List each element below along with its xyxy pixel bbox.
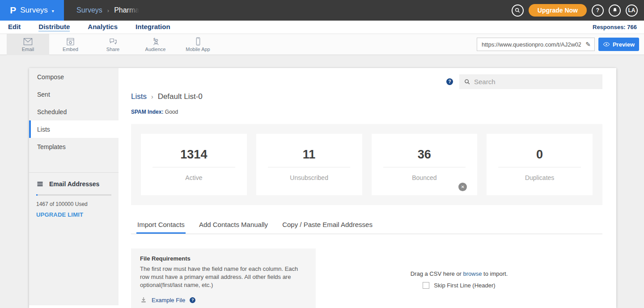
email-sidebar: Compose Sent Scheduled Lists Templates E… xyxy=(29,68,119,305)
upgrade-limit-link[interactable]: UPGRADE LIMIT xyxy=(36,211,111,218)
import-contacts-panel: File Requirements The first row must hav… xyxy=(131,248,602,308)
toolbar-item-label: Email xyxy=(22,47,34,52)
tab-import-contacts[interactable]: Import Contacts xyxy=(136,221,186,234)
example-file-link[interactable]: Example File xyxy=(152,297,185,304)
toolbar-item-mobile-app[interactable]: Mobile App xyxy=(177,34,219,55)
preview-button[interactable]: Preview xyxy=(598,38,639,51)
dropzone-text-after: to import. xyxy=(483,270,508,277)
preview-label: Preview xyxy=(613,41,635,48)
top-navbar: P Surveys ▾ Surveys › Pharma Upgrade Now… xyxy=(0,0,644,21)
toolbar-item-email[interactable]: Email xyxy=(7,34,49,55)
notifications-button[interactable] xyxy=(609,4,621,17)
stat-label: Bounced xyxy=(412,174,436,181)
stat-card-bounced: 36 Bounced ✕ xyxy=(372,134,478,195)
dropzone-text-before: Drag a CSV here or xyxy=(411,270,462,277)
distribute-toolbar: Email Embed Share $ Audience Mobile App xyxy=(0,34,644,55)
list-icon xyxy=(36,180,44,188)
stat-divider xyxy=(153,167,235,167)
toolbar-item-label: Audience xyxy=(145,47,166,52)
dropzone-text: Drag a CSV here or browse to import. xyxy=(411,270,508,277)
file-requirements-title: File Requirements xyxy=(140,255,307,262)
stat-label: Unsubscribed xyxy=(290,174,328,181)
tab-edit[interactable]: Edit xyxy=(8,23,21,31)
responses-count[interactable]: Responses: 766 xyxy=(593,24,637,30)
csv-dropzone[interactable]: Drag a CSV here or browse to import. Ski… xyxy=(316,270,602,308)
toolbar-item-embed[interactable]: Embed xyxy=(49,34,92,55)
stat-label: Active xyxy=(185,174,202,181)
toolbar-item-label: Share xyxy=(106,47,119,52)
list-help-icon[interactable]: ? xyxy=(446,78,453,85)
sidebar-item-scheduled[interactable]: Scheduled xyxy=(29,103,119,120)
spam-index: SPAM Index: Good xyxy=(131,109,602,115)
product-name: Surveys xyxy=(20,6,47,15)
breadcrumb-separator: › xyxy=(151,93,153,100)
list-detail-content: ? Lists › Default List-0 SPAM Index: Goo… xyxy=(119,68,616,308)
sidebar-item-templates[interactable]: Templates xyxy=(29,138,119,155)
email-addresses-title: Email Addresses xyxy=(49,180,99,188)
contact-search-box xyxy=(459,74,602,89)
clear-bounced-icon[interactable]: ✕ xyxy=(458,183,467,191)
stat-label: Duplicates xyxy=(525,174,554,181)
stat-divider xyxy=(383,167,466,167)
search-icon xyxy=(464,78,470,85)
spam-index-value: Good xyxy=(165,109,178,115)
user-avatar[interactable]: LA xyxy=(626,4,638,17)
survey-url-input[interactable] xyxy=(477,41,582,48)
embed-icon xyxy=(66,37,75,46)
upgrade-now-button[interactable]: Upgrade Now xyxy=(529,4,587,17)
tab-analytics[interactable]: Analytics xyxy=(88,23,118,31)
breadcrumb-current-survey: Pharma xyxy=(114,6,139,14)
stat-divider xyxy=(268,167,351,167)
stat-card-duplicates: 0 Duplicates xyxy=(487,134,593,195)
survey-section-nav: Edit Distribute Analytics Integration Re… xyxy=(0,21,644,34)
toolbar-item-share[interactable]: Share xyxy=(92,34,134,55)
tab-integration[interactable]: Integration xyxy=(136,23,170,31)
product-switcher[interactable]: P Surveys ▾ xyxy=(0,0,64,21)
sidebar-item-compose[interactable]: Compose xyxy=(29,68,119,86)
browse-link[interactable]: browse xyxy=(463,270,482,277)
content-top-row: ? xyxy=(131,74,602,89)
stat-card-unsubscribed: 11 Unsubscribed xyxy=(256,134,362,195)
sidebar-item-lists[interactable]: Lists xyxy=(29,120,119,138)
breadcrumb-lists-link[interactable]: Lists xyxy=(131,92,147,101)
stat-value: 36 xyxy=(418,148,431,162)
file-requirements-body: The first row must have the field name f… xyxy=(140,265,305,289)
share-icon xyxy=(108,37,118,46)
usage-text: 1467 of 100000 Used xyxy=(36,201,111,207)
contact-search-input[interactable] xyxy=(474,78,598,86)
toolbar-item-audience[interactable]: $ Audience xyxy=(134,34,177,55)
breadcrumb-separator: › xyxy=(107,7,109,14)
questionpro-logo-icon: P xyxy=(10,5,16,16)
toolbar-item-label: Embed xyxy=(63,47,78,52)
eye-icon xyxy=(603,42,610,47)
help-button[interactable]: ? xyxy=(592,4,604,17)
breadcrumb-surveys-link[interactable]: Surveys xyxy=(76,6,102,14)
list-breadcrumb: Lists › Default List-0 xyxy=(131,92,602,101)
skip-first-line-row: Skip First Line (Header) xyxy=(423,282,495,289)
survey-url-box: ✎ xyxy=(477,38,595,51)
stat-value: 11 xyxy=(303,148,316,162)
stat-card-active: 1314 Active xyxy=(141,134,247,195)
chevron-down-icon: ▾ xyxy=(52,9,54,13)
mobile-app-icon xyxy=(194,37,203,46)
example-file-row: Example File ? xyxy=(140,296,307,304)
tab-add-contacts-manually[interactable]: Add Contacts Manually xyxy=(198,221,269,234)
sidebar-item-sent[interactable]: Sent xyxy=(29,86,119,103)
topbar-actions: Upgrade Now ? LA xyxy=(512,4,644,17)
bell-icon xyxy=(612,7,618,13)
edit-url-icon[interactable]: ✎ xyxy=(582,41,594,48)
toolbar-item-label: Mobile App xyxy=(186,47,210,52)
stat-value: 0 xyxy=(536,148,543,162)
skip-first-line-checkbox[interactable] xyxy=(423,282,429,289)
survey-breadcrumb: Surveys › Pharma xyxy=(76,6,139,14)
file-requirements-box: File Requirements The first row must hav… xyxy=(131,248,316,308)
skip-first-line-label: Skip First Line (Header) xyxy=(434,282,495,289)
toolbar-right: ✎ Preview xyxy=(477,38,644,51)
audience-icon: $ xyxy=(151,37,161,46)
example-file-help-icon[interactable]: ? xyxy=(190,297,195,303)
contacts-tabs: Import Contacts Add Contacts Manually Co… xyxy=(131,221,602,234)
tab-copy-paste-email-addresses[interactable]: Copy / Paste Email Addresses xyxy=(281,221,373,234)
tab-distribute[interactable]: Distribute xyxy=(38,23,70,31)
usage-progress-fill xyxy=(36,194,38,196)
search-button[interactable] xyxy=(512,4,524,17)
